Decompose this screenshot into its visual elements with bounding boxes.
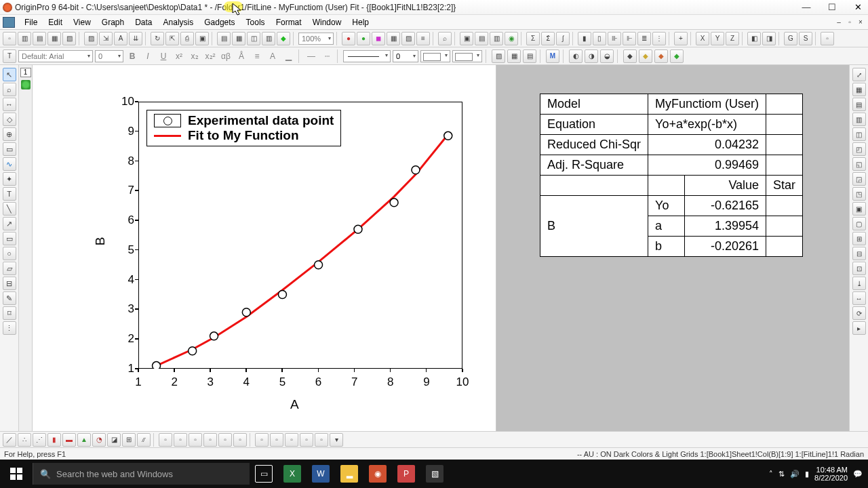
- pt9-button[interactable]: ▫: [285, 433, 298, 447]
- r14-button[interactable]: ⊡: [852, 262, 866, 275]
- notifications-icon[interactable]: 💬: [853, 470, 863, 479]
- box-plot-button[interactable]: ⊞: [122, 433, 136, 447]
- y-axis-title[interactable]: B: [93, 237, 108, 246]
- M-button[interactable]: M: [546, 49, 559, 63]
- bar-plot-button[interactable]: ▬: [62, 433, 76, 447]
- menu-analysis[interactable]: Analysis: [158, 18, 199, 27]
- save-button[interactable]: ▧: [62, 32, 76, 45]
- bigA-button[interactable]: Å: [235, 49, 248, 63]
- pt6-button[interactable]: ▫: [233, 433, 247, 447]
- save-template-button[interactable]: ▨: [84, 32, 98, 45]
- stats2-button[interactable]: Σ̂: [541, 32, 555, 45]
- red-led-button[interactable]: ●: [342, 32, 355, 45]
- poly-tool[interactable]: ▱: [3, 262, 16, 275]
- menu-data[interactable]: Data: [130, 18, 157, 27]
- mdi-minimize-button[interactable]: –: [834, 18, 844, 27]
- photos-icon[interactable]: ▧: [420, 460, 449, 488]
- datapoint-tool[interactable]: ⊕: [3, 127, 16, 141]
- tracer-tool[interactable]: ✦: [3, 172, 16, 186]
- zoom-combo[interactable]: 100%: [298, 33, 334, 45]
- globe-button[interactable]: ◉: [505, 32, 518, 45]
- column-plot-button[interactable]: ▮: [47, 433, 61, 447]
- lock-tool[interactable]: ⌑: [3, 306, 16, 320]
- addcol-button[interactable]: +: [674, 32, 688, 45]
- line-dash-button[interactable]: ┄: [320, 49, 334, 63]
- new-layout-button[interactable]: ▥: [262, 32, 275, 45]
- close-button[interactable]: ✕: [850, 2, 865, 13]
- rect-tool[interactable]: ▭: [3, 232, 16, 245]
- greek-button[interactable]: αβ: [219, 49, 233, 63]
- r10-button[interactable]: ▣: [852, 202, 866, 216]
- mdi-restore-button[interactable]: ▫: [845, 18, 854, 27]
- pointer-tool[interactable]: ↖: [3, 68, 16, 81]
- scatter-plot-button[interactable]: ∴: [18, 433, 31, 447]
- print-preview-button[interactable]: ▣: [195, 32, 209, 45]
- find-button[interactable]: ⌕: [438, 32, 452, 45]
- r16-button[interactable]: ↔: [852, 291, 866, 305]
- bars3-button[interactable]: ≣: [637, 32, 651, 45]
- r2-button[interactable]: ▦: [852, 83, 866, 96]
- import-multi-button[interactable]: ⇊: [129, 32, 142, 45]
- sety-button[interactable]: Y: [711, 32, 724, 45]
- legend[interactable]: Experimental data point Fit to My Functi…: [146, 110, 341, 146]
- x-axis-title[interactable]: A: [290, 397, 299, 412]
- drawdata-tool[interactable]: ∿: [3, 157, 16, 171]
- table-button[interactable]: ▤: [523, 49, 536, 63]
- text-tool-button[interactable]: T: [3, 49, 16, 63]
- setx-button[interactable]: X: [696, 32, 709, 45]
- area-plot-button[interactable]: ▲: [77, 433, 91, 447]
- r17-button[interactable]: ⟳: [852, 306, 866, 320]
- folder-icon[interactable]: ▂: [335, 460, 363, 488]
- align-button[interactable]: ≡: [250, 49, 264, 63]
- flag3-button[interactable]: ◒: [600, 49, 614, 63]
- origin-icon[interactable]: ◉: [363, 460, 392, 488]
- new-workbook-button[interactable]: ▤: [217, 32, 231, 45]
- r18-button[interactable]: ▸: [852, 321, 866, 335]
- r8-button[interactable]: ◲: [852, 172, 866, 186]
- highlight-button[interactable]: ▁: [281, 49, 295, 63]
- r11-button[interactable]: ▢: [852, 217, 866, 230]
- stock-button[interactable]: ⫽: [137, 433, 151, 447]
- import-ascii-button[interactable]: A: [114, 32, 127, 45]
- mdi-close-button[interactable]: ×: [856, 18, 865, 27]
- setL-button[interactable]: ◧: [747, 32, 761, 45]
- taskbar-search[interactable]: 🔍 Search the web and Windows: [33, 463, 250, 485]
- menu-format[interactable]: Format: [271, 18, 307, 27]
- open-folder-button[interactable]: ▦: [47, 32, 61, 45]
- layer-button[interactable]: ▥: [490, 32, 503, 45]
- system-tray[interactable]: ˄ ⇅ 🔊 ▮ 10:48 AM 8/22/2020 💬: [769, 466, 868, 482]
- tray-wifi-icon[interactable]: ⇅: [778, 470, 785, 479]
- rescale-button[interactable]: ⤢: [852, 68, 866, 81]
- suprsub-button[interactable]: x₂²: [203, 49, 217, 63]
- menu-edit[interactable]: Edit: [43, 18, 68, 27]
- diagram-button[interactable]: ▨: [401, 32, 415, 45]
- fontcolor-button[interactable]: A: [266, 49, 279, 63]
- menu-graph[interactable]: Graph: [96, 18, 130, 27]
- import-wizard-button[interactable]: ⇲: [99, 32, 113, 45]
- taskview-button[interactable]: ▭: [250, 460, 278, 488]
- pt3-button[interactable]: ▫: [189, 433, 202, 447]
- new-project-button[interactable]: ▫: [3, 32, 16, 45]
- line-tool[interactable]: ╲: [3, 202, 16, 216]
- r6-button[interactable]: ◰: [852, 142, 866, 156]
- graph-window[interactable]: Experimental data point Fit to My Functi…: [33, 65, 496, 431]
- tray-battery-icon[interactable]: ▮: [805, 470, 809, 479]
- pt11-button[interactable]: ▫: [315, 433, 328, 447]
- add-layer-button[interactable]: ▤: [475, 32, 488, 45]
- new-folder-button[interactable]: ▥: [18, 32, 31, 45]
- pt12-button[interactable]: ▾: [330, 433, 343, 447]
- pt5-button[interactable]: ▫: [218, 433, 232, 447]
- tray-chevron-icon[interactable]: ˄: [769, 470, 773, 479]
- light2-button[interactable]: ◆: [639, 49, 652, 63]
- subscript-button[interactable]: x₂: [188, 49, 201, 63]
- fontsize-combo[interactable]: 0: [95, 50, 123, 62]
- r9-button[interactable]: ◳: [852, 187, 866, 201]
- menu-view[interactable]: View: [68, 18, 96, 27]
- tray-volume-icon[interactable]: 🔊: [790, 470, 800, 479]
- maximize-button[interactable]: ☐: [825, 2, 840, 13]
- apps-button[interactable]: ▦: [387, 32, 400, 45]
- fill-combo[interactable]: [420, 50, 450, 62]
- datareader-tool[interactable]: ◇: [3, 113, 16, 126]
- setG-button[interactable]: G: [784, 32, 797, 45]
- menu-file[interactable]: File: [19, 18, 43, 27]
